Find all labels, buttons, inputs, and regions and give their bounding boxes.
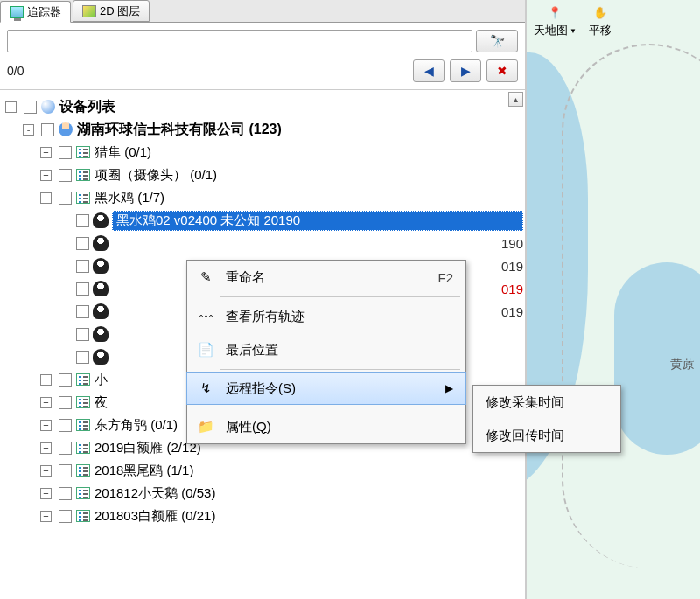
checkbox[interactable] — [76, 328, 89, 341]
ctx-last-position[interactable]: 📄 最后位置 — [187, 333, 466, 366]
checkbox[interactable] — [76, 214, 89, 227]
checkbox[interactable] — [59, 373, 72, 387]
checkbox[interactable] — [59, 192, 72, 205]
expander-icon[interactable]: - — [5, 101, 17, 113]
tree-root[interactable]: - 设备列表 — [5, 95, 523, 118]
app-root: 追踪器 2D 图层 🔭 0/0 ◀ ▶ ✖ ▴ — [0, 0, 700, 599]
root-label: 设备列表 — [60, 98, 116, 116]
group-label: 2018黑尾鸥 (1/1) — [94, 463, 193, 479]
checkbox[interactable] — [59, 419, 72, 432]
map-place-label: 黄蒝 — [670, 357, 695, 373]
penguin-icon — [93, 281, 108, 296]
checkbox[interactable] — [41, 123, 54, 136]
search-button[interactable]: 🔭 — [476, 30, 518, 52]
penguin-icon — [93, 258, 108, 274]
checkbox[interactable] — [24, 101, 37, 114]
checkbox[interactable] — [76, 351, 89, 364]
checkbox[interactable] — [59, 510, 72, 523]
ctx-last-position-label: 最后位置 — [226, 342, 453, 359]
device-tail: 190 — [501, 236, 523, 251]
binoculars-icon: 🔭 — [490, 34, 505, 48]
checkbox[interactable] — [59, 442, 72, 455]
expander-icon[interactable]: + — [40, 397, 52, 408]
next-button[interactable]: ▶ — [450, 59, 481, 82]
basemap-label: 天地图 — [534, 23, 568, 38]
sub-modify-upload-time[interactable]: 修改回传时间 — [473, 419, 620, 452]
checkbox[interactable] — [76, 237, 89, 250]
ctx-rename[interactable]: ✎ 重命名 F2 — [187, 261, 466, 294]
tree-device-selected[interactable]: 黑水鸡02 v02400 未公知 20190 — [5, 209, 523, 232]
ctx-remote-command[interactable]: ↯ 远程指令(S) ▶ — [186, 372, 466, 405]
checkbox[interactable] — [76, 260, 89, 273]
checkbox[interactable] — [76, 282, 89, 296]
list-icon — [75, 394, 91, 410]
road-shape — [562, 44, 700, 568]
tab-tracker[interactable]: 追踪器 — [0, 1, 71, 23]
expander-icon[interactable]: - — [40, 192, 52, 204]
ctx-rename-label: 重命名 — [226, 269, 402, 286]
cursor-icon: ↯ — [194, 377, 217, 400]
folder-icon: 📁 — [194, 415, 217, 438]
search-input[interactable] — [7, 30, 472, 52]
prev-button[interactable]: ◀ — [413, 59, 444, 82]
context-menu: ✎ 重命名 F2 〰 查看所有轨迹 📄 最后位置 ↯ 远程指令(S) ▶ 📁 属… — [186, 260, 466, 444]
checkbox[interactable] — [59, 464, 72, 477]
device-tail: 019 — [501, 304, 523, 319]
ctx-view-tracks-label: 查看所有轨迹 — [226, 309, 453, 325]
tree-company[interactable]: - 湖南环球信士科技有限公司 (123) — [5, 118, 523, 141]
expander-icon[interactable]: + — [40, 442, 52, 454]
checkbox[interactable] — [76, 305, 89, 318]
expander-icon[interactable]: - — [23, 124, 34, 136]
expander-icon[interactable]: + — [40, 147, 52, 158]
map-panel[interactable]: 📍 天地图▼ ✋ 平移 黄蒝 — [527, 0, 700, 599]
layers-icon — [82, 4, 96, 18]
group-label: 项圈（摄像头） (0/1) — [94, 167, 217, 184]
nav-count: 0/0 — [7, 64, 24, 78]
ctx-rename-shortcut: F2 — [438, 270, 453, 285]
penguin-icon — [93, 212, 108, 228]
expander-icon[interactable]: + — [40, 488, 52, 499]
ctx-properties[interactable]: 📁 属性(Q) — [187, 410, 466, 443]
checkbox[interactable] — [59, 169, 72, 182]
list-icon — [75, 144, 91, 160]
search-bar: 🔭 — [0, 23, 525, 59]
device-label: 黑水鸡02 v02400 未公知 20190 — [112, 211, 523, 231]
checkbox[interactable] — [59, 487, 72, 500]
tab-layers-label: 2D 图层 — [100, 3, 140, 19]
sub-modify-collect-time[interactable]: 修改采集时间 — [473, 386, 620, 419]
expander-icon[interactable]: + — [40, 511, 52, 522]
expander-icon[interactable]: + — [40, 374, 52, 386]
tree-device[interactable]: 190 — [5, 232, 523, 254]
expander-icon[interactable]: + — [40, 170, 52, 181]
tree-group[interactable]: + 猎隼 (0/1) — [5, 141, 523, 164]
delete-button[interactable]: ✖ — [486, 59, 518, 82]
group-label: 小 — [94, 372, 108, 388]
tab-tracker-label: 追踪器 — [27, 4, 61, 20]
tree-group-expanded[interactable]: - 黑水鸡 (1/7) — [5, 186, 523, 209]
tree-group[interactable]: + 项圈（摄像头） (0/1) — [5, 164, 523, 186]
expander-icon[interactable]: + — [40, 465, 52, 477]
penguin-icon — [93, 349, 108, 365]
expander-icon[interactable]: + — [40, 420, 52, 431]
basemap-selector[interactable]: 📍 天地图▼ — [534, 3, 577, 38]
map-canvas[interactable] — [527, 0, 700, 599]
ctx-remote-command-label: 远程指令(S) — [226, 380, 419, 397]
prev-icon: ◀ — [424, 64, 434, 78]
tab-layers[interactable]: 2D 图层 — [73, 0, 150, 22]
ctx-view-tracks[interactable]: 〰 查看所有轨迹 — [187, 300, 466, 333]
penguin-icon — [93, 303, 108, 319]
scroll-up-button[interactable]: ▴ — [508, 92, 523, 107]
checkbox[interactable] — [59, 396, 72, 409]
checkbox[interactable] — [59, 146, 72, 159]
pan-label: 平移 — [589, 23, 612, 38]
list-icon — [75, 440, 91, 456]
pan-tool[interactable]: ✋ 平移 — [589, 3, 612, 38]
sub-item-label: 修改回传时间 — [486, 428, 564, 444]
tree-group[interactable]: + 201812小天鹅 (0/53) — [5, 482, 523, 505]
tree-group[interactable]: + 201803白额雁 (0/21) — [5, 505, 523, 527]
list-icon — [75, 463, 91, 478]
separator — [220, 296, 460, 297]
list-icon — [75, 417, 91, 433]
list-icon — [75, 485, 91, 501]
tree-group[interactable]: + 2018黑尾鸥 (1/1) — [5, 459, 523, 482]
